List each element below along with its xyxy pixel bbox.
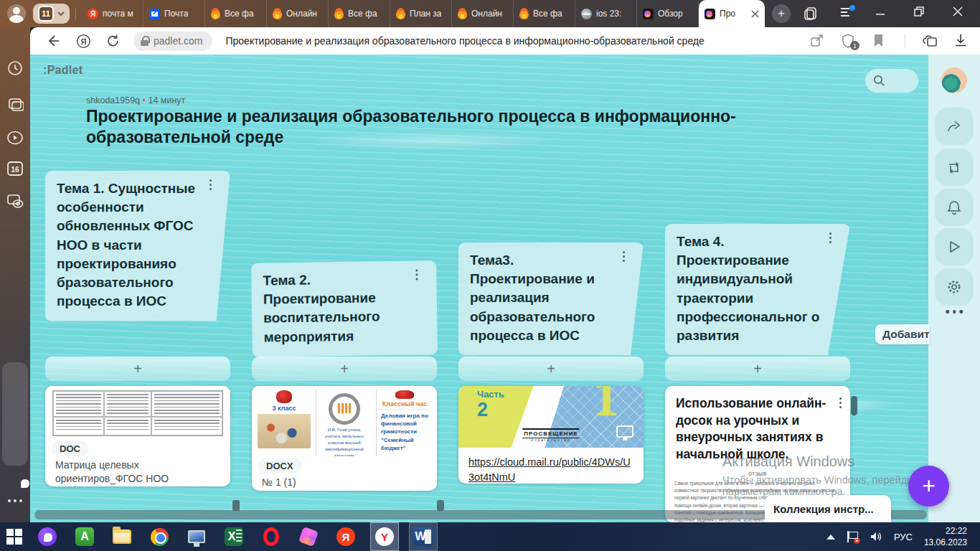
column-header[interactable]: Тема 4. Проектирование индивидуальной тр… — [665, 224, 850, 355]
sidebar-more-icon[interactable] — [8, 499, 22, 502]
taskbar-explorer-icon[interactable] — [108, 522, 136, 551]
taskbar-chrome-icon[interactable] — [145, 522, 174, 551]
column-scrollbar[interactable] — [851, 396, 857, 415]
bookmark-icon[interactable] — [873, 34, 887, 48]
minimize-button[interactable] — [875, 6, 890, 21]
column-scrollbar[interactable] — [232, 500, 240, 511]
video-icon[interactable] — [6, 129, 24, 146]
close-button[interactable] — [953, 6, 967, 21]
column-scrollbar[interactable] — [437, 500, 444, 511]
slide-photo — [258, 414, 311, 448]
window-controls — [875, 6, 967, 21]
post-card[interactable]: 3 класс И.В. Гизатулина, учитель начальн… — [252, 386, 437, 491]
add-post-fab[interactable]: + — [908, 466, 949, 507]
tab-counter-button[interactable]: 11 — [33, 4, 70, 24]
file-type-badge: DOCX — [259, 459, 301, 473]
column-header[interactable]: Тема 1. Сущностные особенности обновленн… — [45, 171, 230, 321]
post-caption: Матрица целевых ориентиров_ФГОС НОО — [45, 456, 230, 486]
column-header[interactable]: Тема 2. Проектирование воспитательного м… — [251, 260, 438, 357]
column-menu-icon[interactable] — [415, 270, 418, 281]
protect-shield-icon[interactable]: 1 — [842, 34, 856, 48]
book-cover-preview: Часть 2 1 ПРОСВЕЩЕНИЕ ИЗДАТЕЛЬСТВО — [458, 386, 644, 448]
yandex-home-button[interactable]: Я — [76, 34, 90, 48]
padlet-logo[interactable]: :Padlet — [43, 64, 83, 77]
screenshot-icon[interactable] — [6, 194, 24, 209]
restore-button[interactable] — [914, 6, 928, 21]
extensions-icon[interactable] — [923, 34, 937, 48]
browser-tab[interactable]: Все фа — [514, 0, 575, 27]
taskbar-app-a-icon[interactable]: A — [70, 522, 99, 551]
add-post-button[interactable]: + — [252, 357, 437, 381]
add-post-button[interactable]: + — [45, 357, 230, 381]
remake-button[interactable] — [935, 149, 974, 186]
svg-text:Я: Я — [81, 37, 87, 46]
more-options-icon[interactable] — [946, 310, 963, 314]
calendar-day: 16 — [11, 165, 19, 174]
tabstrip-right-controls — [804, 6, 980, 21]
start-button[interactable] — [0, 522, 29, 551]
share-icon[interactable] — [810, 34, 824, 48]
column-menu-icon[interactable] — [209, 179, 212, 190]
browser-tab[interactable]: Я почта м — [82, 0, 143, 27]
browser-tab[interactable]: Онлайн — [267, 0, 329, 27]
browser-tab[interactable]: Все фа — [329, 0, 390, 27]
tab-close-icon[interactable] — [751, 10, 759, 18]
notes-icon[interactable] — [6, 98, 24, 112]
volume-icon[interactable] — [870, 531, 882, 542]
history-icon[interactable] — [7, 60, 23, 76]
search-button[interactable] — [865, 69, 918, 93]
post-title: Использование онлайн-досок на урочных и … — [665, 386, 850, 463]
panels-icon[interactable] — [804, 6, 818, 21]
calendar-icon[interactable]: 16 — [6, 161, 24, 176]
board-column-4: Тема 4. Проектирование индивидуальной тр… — [665, 166, 850, 522]
taskbar-remote-desktop-icon[interactable] — [182, 522, 211, 551]
browser-tab[interactable]: Обзор — [637, 0, 699, 27]
taskbar-yandex-browser-icon[interactable]: Y — [370, 522, 399, 551]
post-link[interactable]: https://cloud.mail.ru/public/4DWs/U3ot4t… — [458, 448, 644, 484]
back-button[interactable] — [46, 34, 60, 48]
add-post-button[interactable]: + — [665, 357, 850, 381]
taskbar-polyhedron-icon[interactable] — [294, 522, 323, 551]
browser-tab[interactable]: Все фа — [205, 0, 267, 27]
browser-left-sidebar: 16 + — [0, 27, 30, 522]
post-card[interactable]: DOC Матрица целевых ориентиров_ФГОС НОО — [45, 386, 230, 486]
clock[interactable]: 22:22 13.06.2023 — [924, 525, 973, 548]
settings-button[interactable] — [935, 268, 974, 306]
taskbar-excel-icon[interactable]: X — [220, 522, 248, 551]
profile-avatar[interactable] — [7, 4, 26, 23]
browser-tab[interactable]: ios 23: — [575, 0, 637, 27]
taskbar-word-icon[interactable]: W — [409, 522, 438, 551]
browser-tab[interactable]: План за — [390, 0, 452, 27]
meta-separator: • — [143, 95, 146, 105]
action-center-flag-icon[interactable]: ✕ — [847, 531, 858, 542]
notifications-button[interactable] — [935, 189, 974, 226]
add-post-button[interactable]: + — [458, 357, 644, 381]
column-menu-icon[interactable] — [829, 232, 831, 243]
review-label: отзыв — [665, 470, 850, 477]
taskbar-opera-icon[interactable] — [257, 522, 286, 551]
column-menu-icon[interactable] — [623, 251, 625, 262]
post-menu-icon[interactable] — [839, 397, 842, 408]
sidebar-panel-icon[interactable] — [839, 6, 854, 21]
screen: 11 Я почта м Почта Все фа Онлайн Все фа … — [0, 0, 980, 551]
taskbar-alice-icon[interactable] — [33, 522, 62, 551]
language-indicator[interactable]: РУС — [894, 532, 913, 542]
post-card[interactable]: Часть 2 1 ПРОСВЕЩЕНИЕ ИЗДАТЕЛЬСТВО https… — [458, 386, 644, 484]
taskbar-yandex-icon[interactable]: Я — [331, 522, 360, 551]
browser-tab[interactable]: Онлайн — [452, 0, 514, 27]
address-bar[interactable]: padlet.com — [133, 32, 212, 51]
browser-tab-active[interactable]: Про — [699, 0, 765, 27]
tray-expand-icon[interactable] — [826, 534, 835, 540]
new-tab-button[interactable]: + — [772, 4, 791, 23]
download-icon[interactable] — [954, 34, 969, 48]
flame-favicon — [519, 8, 529, 19]
reload-button[interactable] — [106, 34, 121, 48]
tray-time: 22:22 — [924, 525, 967, 537]
browser-tab[interactable]: Почта — [143, 0, 205, 27]
column-header[interactable]: Тема3. Проектирование и реализация образ… — [458, 242, 644, 355]
user-avatar[interactable] — [941, 67, 967, 93]
divider — [75, 8, 76, 19]
share-button[interactable] — [935, 108, 974, 145]
slideshow-button[interactable] — [935, 228, 974, 265]
system-tray: ✕ РУС 22:22 13.06.2023 — [826, 525, 980, 548]
